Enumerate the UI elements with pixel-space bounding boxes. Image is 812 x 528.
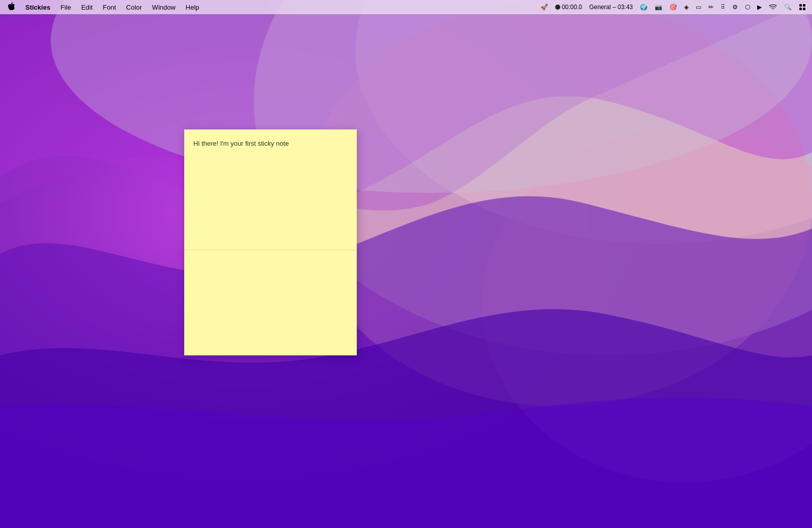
wallpaper: [0, 0, 812, 528]
svg-rect-6: [799, 4, 802, 7]
controlcenter-icon[interactable]: [797, 3, 808, 12]
clock-display: General – 03:43: [587, 3, 635, 12]
svg-rect-8: [799, 8, 802, 10]
play-icon[interactable]: ▶: [755, 3, 764, 12]
rocket-icon[interactable]: 🚀: [538, 3, 550, 12]
grid-icon[interactable]: ⠿: [719, 3, 727, 12]
sticky-note-lower[interactable]: [184, 250, 357, 355]
recording-indicator[interactable]: 00:00.0: [553, 3, 584, 12]
search-icon[interactable]: 🔍: [782, 3, 794, 12]
layers-icon[interactable]: ◈: [682, 3, 691, 12]
display-icon[interactable]: ▭: [694, 3, 703, 12]
menu-color[interactable]: Color: [122, 3, 146, 12]
annotate-icon[interactable]: ✏: [706, 3, 716, 12]
apple-menu[interactable]: [4, 1, 19, 13]
menu-file[interactable]: File: [56, 3, 75, 12]
capture-icon[interactable]: 📷: [653, 3, 664, 12]
menu-window[interactable]: Window: [148, 3, 180, 12]
menu-help[interactable]: Help: [182, 3, 204, 12]
svg-rect-7: [803, 4, 805, 7]
wifi-icon[interactable]: [767, 3, 779, 11]
app-name[interactable]: Stickies: [21, 3, 54, 12]
menu-edit[interactable]: Edit: [77, 3, 96, 12]
tools-icon[interactable]: ⚙: [730, 3, 740, 12]
desktop: Stickies File Edit Font Color Window Hel…: [0, 0, 812, 528]
bluetooth-icon[interactable]: ⬡: [743, 3, 752, 12]
recording-dot: [555, 5, 560, 10]
globe-icon[interactable]: 🌍: [638, 3, 650, 12]
camera-icon[interactable]: 🎯: [667, 3, 679, 12]
svg-rect-9: [803, 8, 805, 10]
menubar-right: 🚀 00:00.0 General – 03:43 🌍 📷 🎯 ◈ ▭ ✏ ⠿ …: [538, 3, 808, 12]
recording-time: 00:00.0: [562, 4, 582, 11]
sticky-note-content[interactable]: Hi there! I'm your first sticky note: [184, 129, 357, 250]
menubar: Stickies File Edit Font Color Window Hel…: [0, 0, 812, 14]
sticky-note-text: Hi there! I'm your first sticky note: [193, 140, 289, 147]
menubar-left: Stickies File Edit Font Color Window Hel…: [4, 1, 538, 13]
menu-font[interactable]: Font: [99, 3, 120, 12]
sticky-note[interactable]: Hi there! I'm your first sticky note: [184, 129, 357, 355]
